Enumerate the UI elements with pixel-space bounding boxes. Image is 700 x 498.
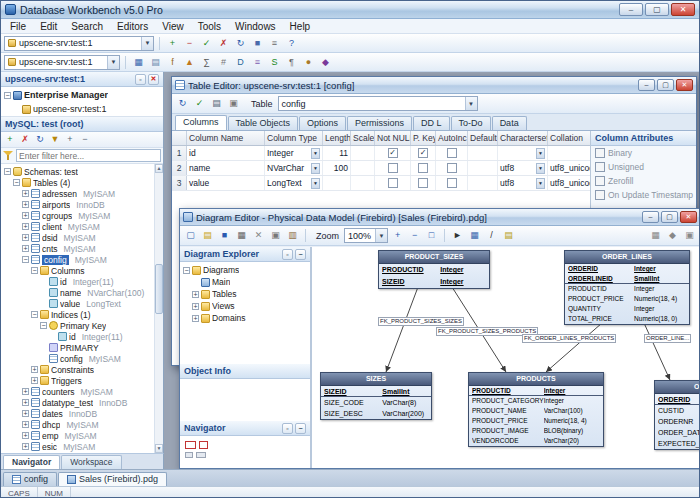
chevron-down-icon[interactable]: ▼: [375, 229, 387, 242]
cell-column-type[interactable]: LongText▼: [265, 176, 323, 190]
print-icon[interactable]: ▦: [234, 228, 249, 243]
menu-view[interactable]: View: [155, 19, 191, 33]
expand-icon[interactable]: +: [192, 315, 199, 322]
cell-p-key[interactable]: [411, 176, 436, 190]
domain-editor-icon[interactable]: D: [233, 55, 248, 70]
script-editor-icon[interactable]: ¶: [284, 55, 299, 70]
relationship-label[interactable]: ORDER_LINE...: [644, 334, 691, 343]
close-panel-icon[interactable]: ✕: [148, 74, 159, 85]
cell-length[interactable]: 100: [323, 161, 351, 175]
tab-columns[interactable]: Columns: [175, 115, 227, 130]
function-editor-icon[interactable]: ∑: [199, 55, 214, 70]
dropdown-icon[interactable]: ▼: [311, 163, 320, 174]
checkbox-checked[interactable]: ✓: [418, 148, 428, 158]
menu-file[interactable]: File: [3, 19, 33, 33]
tree-item-dsid[interactable]: +dsidMyISAM: [1, 232, 154, 243]
diagram-editor-window[interactable]: Diagram Editor - Physical Data Model (Fi…: [179, 208, 700, 469]
tree-item-config[interactable]: −configMyISAM: [1, 353, 154, 364]
tree-item-upscene-srv-test-1[interactable]: −upscene-srv:test:1: [1, 102, 163, 116]
disconnect-icon[interactable]: ✗: [216, 36, 231, 51]
cell-item[interactable]: 2: [172, 161, 187, 175]
title-bar[interactable]: Database Workbench v5.0 Pro –▢✕: [1, 1, 699, 19]
refresh-icon[interactable]: ↻: [175, 96, 190, 111]
expand-icon[interactable]: +: [22, 212, 29, 219]
dropdown-icon[interactable]: ▼: [311, 178, 320, 189]
scroll-up-icon[interactable]: ▲: [155, 164, 163, 173]
copy-ddl-icon[interactable]: ▣: [226, 96, 241, 111]
connect-icon[interactable]: ✓: [199, 36, 214, 51]
dropdown-icon[interactable]: ▼: [536, 178, 545, 189]
column-header-collation[interactable]: Collation: [548, 131, 590, 145]
expand-all-icon[interactable]: +: [63, 133, 77, 147]
tree-item-name[interactable]: −nameNVarChar(100): [1, 287, 154, 298]
sql-editor-icon[interactable]: S: [267, 55, 282, 70]
expand-icon[interactable]: +: [22, 201, 29, 208]
tree-item-id[interactable]: −idInteger(11): [1, 276, 154, 287]
cell-p-key[interactable]: ✓: [411, 146, 436, 160]
filter-input[interactable]: [16, 149, 161, 162]
tree-item-main[interactable]: −Main: [180, 276, 310, 288]
collapse-all-icon[interactable]: −: [78, 133, 92, 147]
tree-item-airports[interactable]: +airportsInnoDB: [1, 199, 154, 210]
zoom-select[interactable]: 100% ▼: [344, 228, 388, 243]
cell-length[interactable]: 11: [323, 146, 351, 160]
refresh-icon[interactable]: ↻: [233, 36, 248, 51]
menu-help[interactable]: Help: [283, 19, 318, 33]
cell-autoinc[interactable]: [436, 176, 468, 190]
checkbox[interactable]: [595, 148, 605, 158]
checkbox[interactable]: [447, 178, 457, 188]
tree-item-diagrams[interactable]: −Diagrams: [180, 264, 310, 276]
tree-item-tables-4[interactable]: −Tables (4): [1, 177, 154, 188]
expand-icon[interactable]: +: [192, 303, 199, 310]
expand-icon[interactable]: +: [22, 399, 29, 406]
connection-select[interactable]: upscene-srv:test:1 ▼: [4, 36, 154, 51]
tree-item-counters[interactable]: +countersMyISAM: [1, 386, 154, 397]
cell-default[interactable]: [468, 161, 498, 175]
entity-tool-icon[interactable]: ▦: [467, 228, 482, 243]
tree-item-config[interactable]: −configMyISAM: [1, 254, 154, 265]
tree-scrollbar[interactable]: ▲ ▼: [154, 164, 163, 453]
cell-item[interactable]: 1: [172, 146, 187, 160]
entity-orders[interactable]: ORDERSORDERIDCUSTIDORDERNRORDER_DATEEXPE…: [654, 380, 700, 450]
cell-column-name[interactable]: id: [187, 146, 265, 160]
cell-p-key[interactable]: [411, 161, 436, 175]
expand-icon[interactable]: +: [22, 245, 29, 252]
checkbox[interactable]: [388, 163, 398, 173]
table-editor-titlebar[interactable]: Table Editor: upscene-srv:test:1 [config…: [172, 77, 696, 94]
table-editor-icon[interactable]: ▦: [131, 55, 146, 70]
diagram-canvas[interactable]: PRODUCT_SIZESPRODUCTIDIntegerSIZEIDInteg…: [314, 247, 700, 468]
te-maximize-button[interactable]: ▢: [657, 79, 674, 91]
cell-default[interactable]: [468, 176, 498, 190]
maximize-button[interactable]: ▢: [645, 3, 669, 16]
checkbox[interactable]: [418, 178, 428, 188]
tree-item-emp[interactable]: +empMyISAM: [1, 430, 154, 441]
cell-column-name[interactable]: name: [187, 161, 265, 175]
cell-default[interactable]: [468, 146, 498, 160]
cut-icon[interactable]: ✕: [251, 228, 266, 243]
entity-products[interactable]: PRODUCTSPRODUCTIDIntegerPRODUCT_CATEGORY…: [468, 372, 604, 447]
copy-icon[interactable]: ▣: [268, 228, 283, 243]
tree-item-esic[interactable]: +esicMyISAM: [1, 441, 154, 452]
print-icon[interactable]: ▤: [209, 96, 224, 111]
relationship-label[interactable]: FK_PRODUCT_SIZES_SIZES: [378, 317, 464, 326]
tree-item-dates[interactable]: +datesInnoDB: [1, 408, 154, 419]
tab-data[interactable]: Data: [492, 116, 527, 130]
new-object-icon[interactable]: +: [3, 133, 17, 147]
minimize-button[interactable]: –: [619, 3, 643, 16]
expand-icon[interactable]: +: [22, 421, 29, 428]
tree-item-triggers[interactable]: +Triggers: [1, 375, 154, 386]
column-header-p-key[interactable]: P. Key: [411, 131, 436, 145]
expand-icon[interactable]: +: [22, 388, 29, 395]
cell-item[interactable]: 3: [172, 176, 187, 190]
expand-icon[interactable]: +: [192, 291, 199, 298]
tab-to-do[interactable]: To-Do: [451, 116, 491, 130]
cell-characterset[interactable]: utf8▼: [498, 161, 548, 175]
cell-column-name[interactable]: value: [187, 176, 265, 190]
editor-connection-select[interactable]: upscene-srv:test:1 ▼: [4, 55, 120, 70]
tab-table-objects[interactable]: Table Objects: [228, 116, 299, 130]
collapse-panel-icon[interactable]: ▫: [282, 249, 293, 260]
navigator-preview[interactable]: [180, 436, 310, 468]
expand-icon[interactable]: +: [22, 432, 29, 439]
register-server-icon[interactable]: +: [165, 36, 180, 51]
menu-windows[interactable]: Windows: [228, 19, 283, 33]
